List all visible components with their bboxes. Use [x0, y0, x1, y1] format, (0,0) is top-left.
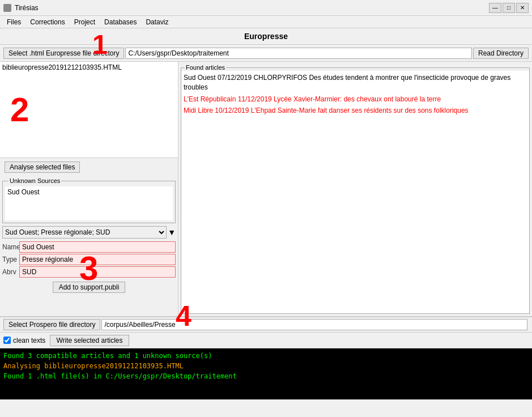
- directory-row: Select .html Europresse file directory R…: [0, 45, 532, 62]
- analyse-btn-wrapper: Analyse selected files: [2, 160, 176, 175]
- found-articles-legend: Found articles: [185, 64, 226, 71]
- name-input[interactable]: [19, 241, 176, 253]
- status-line-0: Found 3 compatible articles and 1 unknow…: [3, 351, 529, 361]
- maximize-button[interactable]: □: [503, 3, 515, 13]
- minimize-button[interactable]: —: [489, 3, 501, 13]
- menu-bar: FilesCorrectionsProjectDatabasesDataviz: [0, 16, 532, 28]
- clean-texts-label[interactable]: clean texts: [3, 337, 45, 344]
- menu-item-dataviz[interactable]: Dataviz: [141, 17, 173, 27]
- add-support-button[interactable]: Add to support.publi: [53, 282, 126, 293]
- menu-item-databases[interactable]: Databases: [100, 17, 141, 27]
- title-bar: Tirésias — □ ✕: [0, 0, 532, 16]
- abrv-row: Abrv: [2, 266, 176, 278]
- prospero-path-input[interactable]: [101, 319, 527, 330]
- prospero-dir-button[interactable]: Select Prospero file directory: [3, 319, 100, 330]
- status-line-2: Found 1 .html file(s) in C:/Users/gspr/D…: [3, 371, 529, 381]
- abrv-label: Abrv: [2, 268, 19, 276]
- write-articles-button[interactable]: Write selected articles: [50, 335, 129, 346]
- app-title: Tirésias: [15, 4, 39, 12]
- prospero-section: 4 Select Prospero file directory: [0, 317, 532, 333]
- article-item-0[interactable]: Sud Ouest 07/12/2019 CHLORPYRIFOS Des ét…: [182, 72, 528, 93]
- source-fields: Name Type Abrv: [2, 241, 176, 279]
- article-item-1[interactable]: L'Est Républicain 11/12/2019 Lycée Xavie…: [182, 93, 528, 105]
- type-input[interactable]: [19, 254, 176, 265]
- europresse-title: Europresse: [244, 32, 288, 41]
- close-button[interactable]: ✕: [516, 3, 529, 13]
- type-label: Type: [2, 256, 19, 263]
- app-icon: [3, 4, 11, 12]
- main-columns: 2 3 biblieuropresse20191212103935.HTML A…: [0, 62, 532, 317]
- found-articles-group: Found articles Sud Ouest 07/12/2019 CHLO…: [181, 64, 530, 314]
- unknown-sources-list: Sud Ouest: [5, 186, 173, 220]
- app-title-section: Europresse: [0, 28, 532, 45]
- clean-texts-text: clean texts: [13, 337, 45, 344]
- window-controls: — □ ✕: [489, 3, 529, 13]
- list-item[interactable]: biblieuropresse20191212103935.HTML: [1, 63, 177, 72]
- menu-item-project[interactable]: Project: [70, 17, 100, 27]
- prospero-row: Select Prospero file directory: [0, 317, 532, 333]
- clean-texts-checkbox[interactable]: [3, 337, 11, 344]
- type-row: Type: [2, 254, 176, 265]
- right-panel: Found articles Sud Ouest 07/12/2019 CHLO…: [178, 62, 532, 316]
- name-label: Name: [2, 243, 19, 251]
- unknown-source-item[interactable]: Sud Ouest: [6, 188, 172, 197]
- source-dropdown-row: Sud Ouest; Presse régionale; SUD ▼: [2, 226, 176, 239]
- select-dir-button[interactable]: Select .html Europresse file directory: [3, 48, 124, 59]
- file-list[interactable]: biblieuropresse20191212103935.HTML: [0, 62, 178, 158]
- menu-item-files[interactable]: Files: [2, 17, 25, 27]
- left-panel: biblieuropresse20191212103935.HTML Analy…: [0, 62, 178, 316]
- article-item-2[interactable]: Midi Libre 10/12/2019 L'Ehpad Sainte-Mar…: [182, 105, 528, 117]
- unknown-sources-legend: Unknown Sources: [8, 177, 61, 184]
- unknown-sources-group: Unknown Sources Sud Ouest: [2, 177, 176, 223]
- source-dropdown[interactable]: Sud Ouest; Presse régionale; SUD: [2, 226, 167, 239]
- read-directory-button[interactable]: Read Directory: [473, 48, 529, 59]
- dropdown-arrow-icon: ▼: [168, 228, 176, 237]
- bottom-toolbar: clean texts Write selected articles: [0, 333, 532, 348]
- found-articles-list[interactable]: Sud Ouest 07/12/2019 CHLORPYRIFOS Des ét…: [181, 71, 529, 313]
- status-line-1: Analysing biblieuropresse20191212103935.…: [3, 361, 529, 371]
- menu-item-corrections[interactable]: Corrections: [25, 17, 69, 27]
- status-console: Found 3 compatible articles and 1 unknow…: [0, 348, 532, 399]
- analyse-button[interactable]: Analyse selected files: [5, 161, 80, 173]
- abrv-input[interactable]: [19, 266, 176, 278]
- dir-path-input[interactable]: [125, 48, 472, 59]
- name-row: Name: [2, 241, 176, 253]
